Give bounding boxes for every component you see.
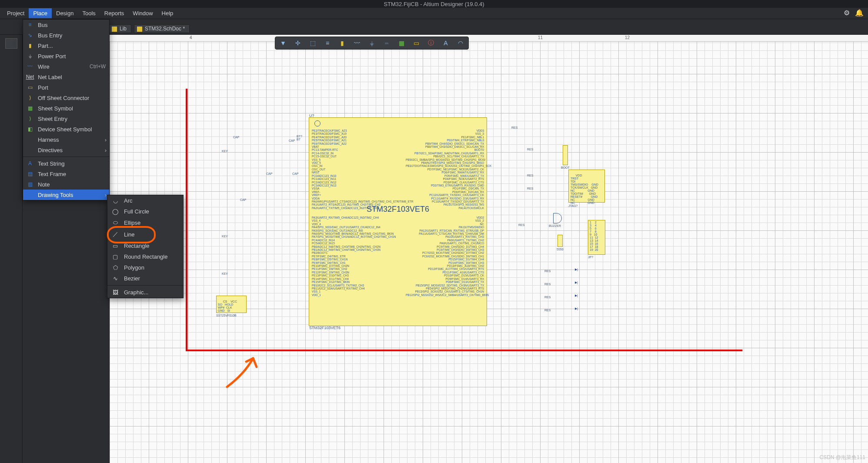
tool-power-icon[interactable]: ⎓ [381, 38, 392, 48]
label-key-2: KEY [222, 235, 228, 238]
tool-wire-icon[interactable]: 〰 [352, 38, 362, 48]
sidebar-btn-library[interactable] [5, 38, 17, 49]
led-3-icon[interactable]: ▶| [575, 294, 578, 297]
textframe-icon: ▤ [26, 170, 34, 177]
schematic-toolbar: ▼ ✢ ⬚ ≡ ▮ 〰 ⏚ ⎓ ▦ ▭ ⓘ A ◠ [275, 37, 469, 50]
menu-item-powerport[interactable]: ⏚Power Port [23, 51, 109, 61]
tool-arc-icon[interactable]: ◠ [455, 38, 466, 48]
component-mcu[interactable]: U? STM32F103VET6 PE2/TRACECK/FSMC_A23 PE… [309, 117, 487, 326]
menu-tools[interactable]: Tools [78, 8, 100, 18]
component-flash[interactable]: CS VCC SO HOLD WP# CLK GND SI [216, 296, 247, 313]
menu-place[interactable]: Place [29, 8, 52, 18]
bell-icon[interactable]: 🔔 [855, 9, 864, 17]
menu-item-bus[interactable]: ≡Bus [23, 20, 109, 30]
doc-tab-lib[interactable]: Lib [109, 24, 131, 33]
menu-item-note[interactable]: ▥Note [23, 179, 109, 190]
doc-tab-schdoc[interactable]: STM32.SchDoc * [134, 24, 190, 33]
menu-item-drawingtools[interactable]: Drawing Tools [23, 190, 109, 200]
tool-align-icon[interactable]: ≡ [322, 38, 333, 48]
menu-window[interactable]: Window [128, 8, 157, 18]
label-key-1: KEY [222, 150, 228, 153]
menu-design[interactable]: Design [52, 8, 78, 18]
flash-part: SST25VF010B [216, 314, 237, 317]
label-res-r1: RES [511, 126, 517, 129]
label-res-r2: RES [527, 148, 533, 151]
sidebar [0, 35, 23, 463]
line-icon: ／ [111, 230, 120, 238]
menu-item-devicesheet[interactable]: ◧Device Sheet Symbol [23, 124, 109, 134]
menu-item-textstring[interactable]: AText String [23, 158, 109, 169]
sub-item-bezier[interactable]: ∿Bezier [107, 273, 183, 284]
gear-icon[interactable]: ⚙ [844, 9, 850, 17]
tool-port-icon[interactable]: ▭ [411, 38, 421, 48]
menu-item-textframe[interactable]: ▤Text Frame [23, 169, 109, 179]
led-2-icon[interactable]: ▶| [575, 281, 578, 284]
component-boot[interactable] [563, 145, 568, 165]
label-cap-4: CAP [289, 139, 295, 142]
menu-project[interactable]: Project [3, 8, 29, 18]
drawn-line-vertical [186, 89, 187, 350]
graphic-icon: 🖼 [111, 289, 120, 296]
sub-item-rectangle[interactable]: ▭Rectangle [107, 240, 183, 251]
roundrect-icon: ▢ [111, 253, 120, 260]
menu-reports[interactable]: Reports [100, 8, 129, 18]
label-res-r4: RES [527, 187, 533, 190]
submenu-separator [107, 285, 183, 286]
tool-move-icon[interactable]: ✢ [293, 38, 303, 48]
circle-icon: ◯ [111, 208, 120, 215]
5550-label: 5550 [557, 248, 564, 251]
arc-icon: ◡ [111, 197, 120, 204]
sub-item-fullcircle[interactable]: ◯Full Circle [107, 206, 183, 217]
menu-item-busentry[interactable]: ⇘Bus Entry [23, 30, 109, 40]
sub-item-polygon[interactable]: ⬠Polygon [107, 262, 183, 273]
menu-item-directives[interactable]: Directives [23, 145, 109, 155]
watermark: CSDN @泡菜鱼111 [819, 454, 865, 461]
drawing-tools-submenu: ◡Arc ◯Full Circle ⬭Ellipse ／Line ▭Rectan… [107, 195, 184, 298]
document-tabs: Lib STM32.SchDoc * [109, 24, 190, 33]
component-5550[interactable] [558, 235, 563, 247]
label-res-r5: RES [518, 223, 524, 227]
tool-noerc-icon[interactable]: ⓘ [426, 38, 436, 48]
component-jtag[interactable]: VDD TRST TDI TMS/SWDIO GND TCK/SWCLK GND… [568, 170, 605, 203]
menu-item-offsheet[interactable]: ⟩Off Sheet Connector [23, 93, 109, 103]
jtag-label: JTAG? [568, 204, 578, 207]
label-cap-2: CAP [240, 198, 246, 201]
menu-help[interactable]: Help [157, 8, 178, 18]
part-icon: ▮ [26, 42, 34, 49]
menu-item-sheetentry[interactable]: ⟩Sheet Entry [23, 113, 109, 124]
schematic-editor[interactable]: 4 11 12 ▼ ✢ ⬚ ≡ ▮ 〰 ⏚ ⎓ ▦ ▭ ⓘ A ◠ U? STM… [110, 35, 868, 463]
port-icon: ▭ [26, 84, 34, 91]
sub-item-line[interactable]: ／Line [107, 228, 183, 240]
menu-item-netlabel[interactable]: NetNet Label [23, 72, 109, 82]
tool-select-icon[interactable]: ⬚ [307, 38, 318, 48]
powerport-icon: ⏚ [26, 53, 34, 60]
titlebar-right: ⚙ 🔔 [844, 9, 864, 17]
tool-text-icon[interactable]: A [441, 38, 451, 48]
note-icon: ▥ [26, 181, 34, 188]
tool-filter-icon[interactable]: ▼ [278, 38, 288, 48]
sheetentry-icon: ⟩ [26, 115, 34, 122]
drawn-line-horizontal [186, 350, 742, 351]
title-bar: STM32.FijiCB - Altium Designer (19.0.4) [0, 0, 868, 8]
led-4-icon[interactable]: ▶| [575, 307, 578, 310]
label-cap-1: CAP [233, 136, 239, 139]
sub-item-ellipse[interactable]: ⬭Ellipse [107, 217, 183, 228]
menu-item-port[interactable]: ▭Port [23, 82, 109, 93]
sub-item-graphic[interactable]: 🖼Graphic... [107, 287, 183, 298]
sub-item-roundrect[interactable]: ▢Round Rectangle [107, 251, 183, 262]
label-res-r3: RES [527, 174, 533, 177]
jp-label: JP? [588, 256, 593, 259]
netlabel-icon: Net [26, 73, 34, 80]
label-res-r7: RES [544, 283, 551, 286]
tool-sheet-icon[interactable]: ▦ [396, 38, 407, 48]
tool-gnd-icon[interactable]: ⏚ [367, 38, 377, 48]
menu-item-sheetsymbol[interactable]: ▦Sheet Symbol [23, 103, 109, 113]
pin1-indicator-icon [314, 120, 320, 127]
menu-item-harness[interactable]: Harness [23, 134, 109, 145]
menu-item-part[interactable]: ▮Part... [23, 40, 109, 51]
sub-item-arc[interactable]: ◡Arc [107, 195, 183, 206]
menu-item-wire[interactable]: 〰WireCtrl+W [23, 61, 109, 72]
led-1-icon[interactable]: ▶| [575, 268, 578, 271]
tool-part-icon[interactable]: ▮ [337, 38, 347, 48]
component-jp[interactable]: 1 2 3 4 5 6 7 8 9 10 11 12 13 14 15 16 1… [588, 220, 605, 255]
